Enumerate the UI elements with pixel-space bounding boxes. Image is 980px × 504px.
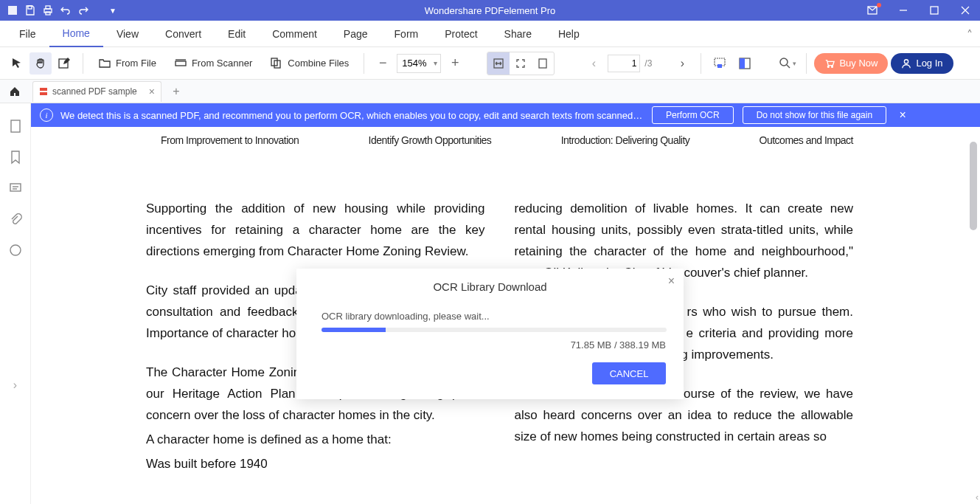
menu-help[interactable]: Help [545, 21, 593, 47]
maximize-button[interactable] [920, 0, 949, 21]
titlebar-quick-actions: ▼ [0, 4, 119, 17]
page-total-label: /3 [644, 58, 652, 69]
document-tab[interactable]: scanned PDF sample × [32, 81, 161, 102]
dialog-close-icon[interactable]: × [668, 275, 675, 288]
minimize-button[interactable] [889, 0, 918, 21]
svg-rect-4 [46, 12, 50, 15]
new-tab-button[interactable]: + [167, 83, 185, 100]
redo-icon[interactable] [77, 4, 90, 17]
ocr-download-dialog: × OCR Library Download OCR library downl… [296, 269, 684, 399]
menu-file[interactable]: File [6, 21, 49, 47]
svg-point-23 [828, 66, 830, 67]
edit-tool-icon[interactable] [53, 52, 75, 75]
svg-rect-11 [176, 61, 186, 66]
info-icon: i [40, 108, 53, 122]
svg-rect-16 [539, 59, 546, 68]
hand-tool-icon[interactable] [29, 52, 52, 75]
menu-form[interactable]: Form [381, 21, 432, 47]
toolbar: From File From Scanner Combine Files − 1… [0, 47, 980, 80]
fit-width-icon[interactable] [487, 52, 510, 75]
menu-comment[interactable]: Comment [259, 21, 330, 47]
document-tab-title: scanned PDF sample [52, 86, 137, 97]
svg-rect-27 [40, 91, 47, 92]
svg-rect-1 [28, 6, 32, 9]
undo-icon[interactable] [59, 4, 72, 17]
menu-protect[interactable]: Protect [431, 21, 490, 47]
svg-point-21 [780, 58, 788, 66]
dialog-title: OCR Library Download [314, 280, 666, 293]
svg-rect-7 [931, 7, 938, 14]
attachments-icon[interactable] [7, 211, 24, 227]
tab-close-icon[interactable]: × [149, 86, 155, 97]
next-page-button[interactable]: › [671, 52, 693, 75]
app-logo-icon [6, 4, 19, 17]
banner-message: We detect this is a scanned PDF, and rec… [60, 110, 643, 121]
screenshot-icon[interactable] [709, 52, 731, 75]
banner-close-icon[interactable]: × [894, 108, 911, 122]
fit-mode-group [487, 52, 555, 75]
menu-edit[interactable]: Edit [215, 21, 259, 47]
menu-convert[interactable]: Convert [152, 21, 215, 47]
search-icon[interactable]: ▾ [776, 52, 799, 75]
svg-rect-3 [46, 6, 50, 9]
svg-rect-29 [10, 184, 21, 191]
dialog-message: OCR library downloading, please wait... [322, 311, 666, 322]
svg-line-22 [787, 65, 790, 68]
select-tool-icon[interactable] [6, 52, 28, 75]
menu-home[interactable]: Home [49, 21, 103, 47]
compare-icon[interactable] [734, 52, 756, 75]
prev-page-button[interactable]: ‹ [583, 52, 605, 75]
progress-bar [322, 328, 667, 332]
heading-2: Identify Growth Opportunities [369, 134, 492, 146]
menubar: File Home View Convert Edit Comment Page… [0, 21, 980, 47]
from-scanner-button[interactable]: From Scanner [167, 52, 260, 75]
svg-rect-28 [11, 120, 20, 132]
expand-sidepanel-icon[interactable]: › [7, 377, 24, 393]
home-tab-icon[interactable] [0, 80, 29, 103]
zoom-select[interactable]: 154%▾ [397, 54, 441, 73]
close-button[interactable] [951, 0, 980, 21]
left-sidepanel: › [0, 103, 31, 504]
heading-4: Outcomes and Impact [760, 134, 853, 146]
zoom-in-button[interactable]: + [444, 52, 466, 75]
scrollbar-thumb[interactable] [970, 142, 977, 230]
zoom-out-button[interactable]: − [372, 52, 394, 75]
collapse-ribbon-icon[interactable]: ˄ [967, 28, 973, 42]
perform-ocr-button[interactable]: Perform OCR [652, 106, 734, 124]
menu-share[interactable]: Share [491, 21, 545, 47]
fit-page-icon[interactable] [510, 52, 532, 75]
menu-page[interactable]: Page [330, 21, 381, 47]
save-icon[interactable] [24, 4, 37, 17]
svg-rect-18 [717, 64, 722, 68]
tabstrip: scanned PDF sample × + [0, 80, 980, 103]
pdf-file-icon [39, 87, 48, 96]
notification-icon[interactable] [858, 0, 887, 21]
heading-3: Introduction: Delivering Quality [561, 134, 690, 146]
selection-tools [6, 52, 75, 75]
svg-point-32 [10, 245, 21, 255]
progress-fill [322, 328, 386, 332]
cancel-button[interactable]: CANCEL [592, 362, 666, 384]
comments-icon[interactable] [7, 180, 24, 196]
page-number-input[interactable] [608, 55, 640, 72]
ocr-banner: i We detect this is a scanned PDF, and r… [31, 103, 980, 127]
thumbnails-icon[interactable] [7, 118, 24, 134]
login-button[interactable]: Log In [891, 53, 953, 74]
heading-1: From Improvement to Innovation [161, 134, 299, 146]
combine-files-button[interactable]: Combine Files [263, 52, 356, 75]
progress-text: 71.85 MB / 388.19 MB [314, 339, 666, 351]
dismiss-banner-button[interactable]: Do not show for this file again [743, 106, 886, 124]
bookmarks-icon[interactable] [7, 149, 24, 165]
window-controls [858, 0, 980, 21]
customize-quick-access-icon[interactable]: ▼ [106, 4, 119, 17]
svg-rect-20 [740, 58, 745, 69]
menu-view[interactable]: View [103, 21, 152, 47]
collapse-right-icon[interactable]: ‹ [976, 492, 979, 503]
from-file-button[interactable]: From File [91, 52, 164, 75]
print-icon[interactable] [41, 4, 55, 17]
svg-rect-0 [8, 6, 17, 15]
buy-now-button[interactable]: Buy Now [814, 53, 888, 74]
actual-size-icon[interactable] [532, 52, 554, 75]
annotations-icon[interactable] [7, 242, 24, 258]
app-title: Wondershare PDFelement Pro [0, 5, 980, 16]
